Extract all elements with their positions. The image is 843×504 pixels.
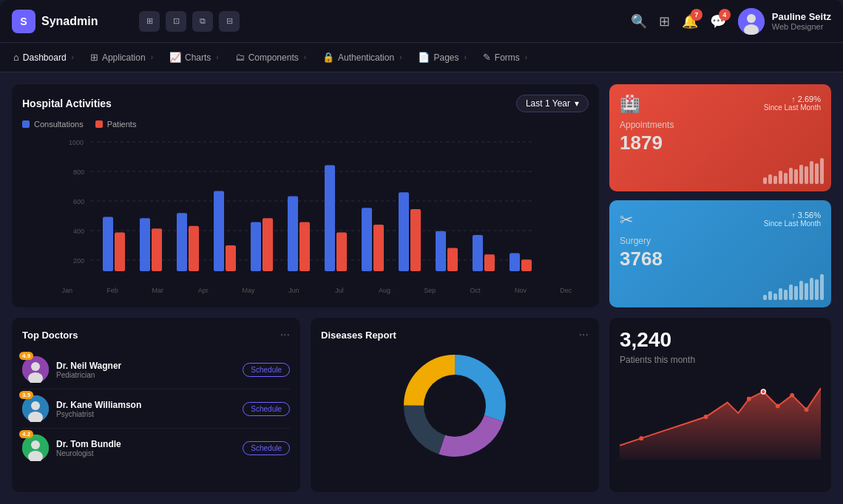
nav-item-charts[interactable]: 📈 Charts › xyxy=(162,49,226,66)
nav-item-auth[interactable]: 🔒 Authentication › xyxy=(315,49,409,66)
legend-label-consultations: Consultations xyxy=(34,120,84,129)
svg-point-53 xyxy=(704,415,708,419)
area-chart-container xyxy=(620,372,821,461)
svg-point-38 xyxy=(31,362,40,371)
message-badge: 4 xyxy=(719,9,731,21)
svg-rect-32 xyxy=(447,248,458,272)
nav-item-forms[interactable]: ✎ Forms › xyxy=(475,49,535,66)
user-avatar xyxy=(738,8,765,35)
appointments-mini-bars xyxy=(763,154,824,184)
nav-label-components: Components xyxy=(248,52,299,63)
chart-legend: Consultations Patients xyxy=(22,120,589,129)
svg-rect-33 xyxy=(473,235,483,271)
x-may: May xyxy=(226,287,271,294)
top-doctors-card: Top Doctors ··· 4.9 Dr. Neil Wagner Pedi… xyxy=(12,318,300,492)
appointments-change-info: ↑ 2.69% Since Last Month xyxy=(764,95,821,112)
logo-area: S Synadmin xyxy=(12,10,130,33)
forms-icon: ✎ xyxy=(483,52,491,63)
user-role: Web Designer xyxy=(772,22,831,31)
svg-point-55 xyxy=(761,389,765,394)
surgery-mini-bars xyxy=(763,270,824,300)
svg-rect-23 xyxy=(288,197,298,272)
doctor-name: Dr. Kane Williamson xyxy=(56,400,235,410)
apps-button[interactable]: ⊞ xyxy=(659,13,670,30)
tool-btn-1[interactable]: ⊞ xyxy=(139,11,160,32)
chevron-auth: › xyxy=(399,53,402,61)
mini-bar-item xyxy=(763,177,767,184)
schedule-button[interactable]: Schedule xyxy=(243,402,290,416)
svg-point-56 xyxy=(776,404,780,409)
doctors-header: Top Doctors ··· xyxy=(22,328,290,341)
notification-button[interactable]: 🔔 7 xyxy=(682,13,698,30)
doctor-rating: 4.9 xyxy=(19,352,33,360)
patients-month-card: 3,240 Patients this month xyxy=(609,318,831,492)
doctor-avatar: 4.9 xyxy=(22,356,49,383)
period-selector[interactable]: Last 1 Year ▾ xyxy=(516,95,589,112)
nav-label-forms: Forms xyxy=(495,52,520,63)
doctor-info: Dr. Kane Williamson Psychiatrist xyxy=(56,400,235,418)
chevron-application: › xyxy=(151,53,153,61)
x-dec: Dec xyxy=(544,287,589,294)
message-button[interactable]: 💬 4 xyxy=(710,13,726,30)
mini-bar-item xyxy=(820,274,824,300)
chevron-components: › xyxy=(304,53,306,61)
pages-icon: 📄 xyxy=(418,52,430,63)
area-chart xyxy=(620,372,821,461)
x-jul: Jul xyxy=(316,287,362,294)
x-oct: Oct xyxy=(453,287,498,294)
schedule-button[interactable]: Schedule xyxy=(243,363,290,377)
nav-item-components[interactable]: 🗂 Components › xyxy=(228,49,314,66)
chart-title: Hospital Activities xyxy=(22,98,112,109)
hospital-activities-card: Hospital Activities Last 1 Year ▾ Consul… xyxy=(12,84,599,307)
svg-point-54 xyxy=(747,397,751,401)
svg-rect-18 xyxy=(189,226,199,271)
doctors-title: Top Doctors xyxy=(22,330,78,341)
svg-text:800: 800 xyxy=(73,168,84,176)
doctor-avatar: 3.5 xyxy=(22,395,49,422)
diseases-more-btn[interactable]: ··· xyxy=(579,328,589,341)
surgery-icon: ✂ xyxy=(620,211,633,230)
surgery-top: ✂ ↑ 3.56% Since Last Month xyxy=(620,211,821,230)
mini-bar-item xyxy=(773,176,777,184)
surgery-since: Since Last Month xyxy=(764,219,821,228)
x-sep: Sep xyxy=(407,287,453,294)
tool-btn-3[interactable]: ⧉ xyxy=(192,11,213,32)
nav-label-charts: Charts xyxy=(185,52,211,63)
bar-chart-wrap: 1000 800 600 400 200 Jan Feb Mar Apr May… xyxy=(22,134,589,282)
doctors-more-btn[interactable]: ··· xyxy=(280,328,290,341)
x-jun: Jun xyxy=(271,287,316,294)
surgery-name: Surgery xyxy=(620,236,821,246)
doctor-rating: 3.5 xyxy=(19,391,33,399)
mini-bar-item xyxy=(799,281,803,300)
nav-label-application: Application xyxy=(102,52,146,63)
doctor-name: Dr. Tom Bundle xyxy=(56,439,235,449)
appointments-card: 🏥 ↑ 2.69% Since Last Month Appointments … xyxy=(609,84,831,191)
legend-consultations: Consultations xyxy=(22,120,84,129)
period-chevron: ▾ xyxy=(575,98,579,109)
header: S Synadmin ⊞ ⊡ ⧉ ⊟ 🔍 ⊞ 🔔 7 💬 4 xyxy=(0,0,843,43)
schedule-button[interactable]: Schedule xyxy=(243,441,290,455)
svg-text:400: 400 xyxy=(73,228,84,235)
tool-btn-4[interactable]: ⊟ xyxy=(219,11,240,32)
surgery-card: ✂ ↑ 3.56% Since Last Month Surgery 3768 xyxy=(609,200,831,307)
user-name: Pauline Seitz xyxy=(772,11,831,22)
doctor-name: Dr. Neil Wagner xyxy=(56,361,235,371)
nav-item-application[interactable]: ⊞ Application › xyxy=(83,49,160,66)
bar-chart: 1000 800 600 400 200 xyxy=(22,134,589,282)
appointments-name: Appointments xyxy=(620,120,821,130)
mini-bar-item xyxy=(794,169,798,184)
nav-item-pages[interactable]: 📄 Pages › xyxy=(410,49,473,66)
nav-label-auth: Authentication xyxy=(338,52,394,63)
doctor-item: 4.9 Dr. Neil Wagner Pediatrician Schedul… xyxy=(22,350,290,389)
search-button[interactable]: 🔍 xyxy=(631,13,647,30)
mini-bar-item xyxy=(805,166,808,184)
svg-rect-20 xyxy=(226,245,236,271)
svg-rect-26 xyxy=(336,233,347,272)
svg-point-57 xyxy=(790,393,794,398)
doctor-rating: 4.2 xyxy=(19,430,33,438)
diseases-header: Diseases Report ··· xyxy=(321,328,589,341)
mini-bar-item xyxy=(789,168,793,184)
nav-item-dashboard[interactable]: ⌂ Dashboard › xyxy=(6,49,81,66)
legend-dot-patients xyxy=(95,120,103,128)
tool-btn-2[interactable]: ⊡ xyxy=(166,11,186,32)
